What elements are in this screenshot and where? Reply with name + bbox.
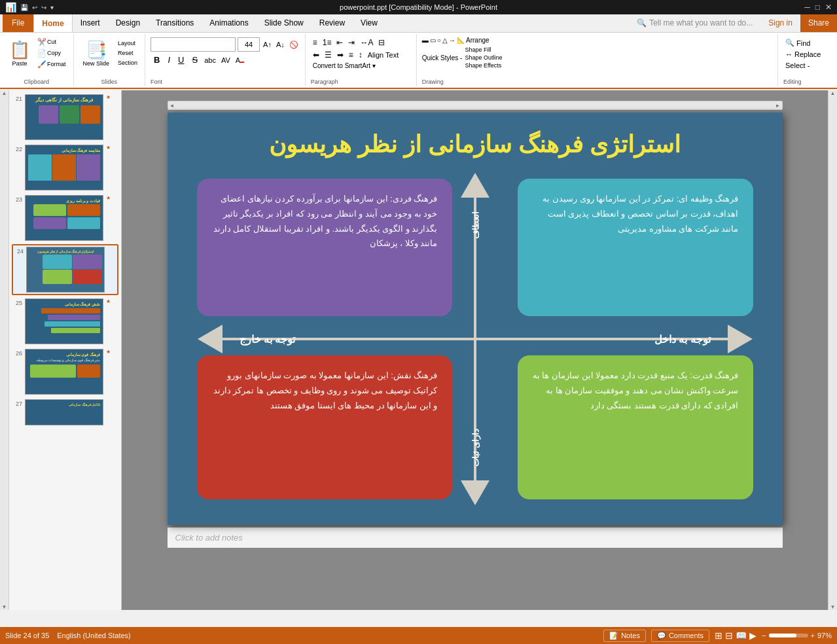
cut-btn[interactable]: ✂️ Cut: [35, 37, 68, 47]
font-size-input[interactable]: [238, 37, 260, 52]
normal-view-btn[interactable]: ⊞: [715, 630, 722, 641]
bold-btn[interactable]: B: [151, 54, 163, 66]
italic-btn[interactable]: I: [164, 54, 173, 66]
shape-rounded-rect[interactable]: ▭: [430, 37, 436, 44]
scroll-right-arrow[interactable]: ►: [775, 103, 781, 109]
format-painter-btn[interactable]: 🖌️ Format: [35, 60, 68, 69]
reset-btn[interactable]: Reset: [116, 49, 139, 57]
tab-slideshow[interactable]: Slide Show: [257, 14, 312, 32]
justify-btn[interactable]: ≡: [347, 50, 355, 60]
reading-view-btn[interactable]: 📖: [736, 630, 747, 641]
indent-increase-btn[interactable]: ⇥: [346, 37, 357, 48]
text-shadow-btn[interactable]: abc: [202, 56, 218, 65]
shape-rect[interactable]: ▬: [422, 37, 429, 44]
slideshow-btn[interactable]: ▶: [749, 630, 757, 641]
underline-btn[interactable]: U: [175, 54, 187, 66]
convert-smartart-btn[interactable]: Convert to SmartArt ▾: [311, 62, 378, 70]
notes-input-area[interactable]: Click to add notes: [168, 528, 783, 548]
section-btn[interactable]: Section: [116, 59, 139, 67]
shape-circle[interactable]: ○: [437, 37, 441, 44]
tab-animations[interactable]: Animations: [202, 14, 256, 32]
h-arrow-label-left: توجه به خارج: [240, 333, 296, 346]
char-space-btn[interactable]: AV: [219, 56, 232, 65]
slide-thumb-21[interactable]: 21 فرهنگ سازمانی از نگاهی دیگر ★: [12, 93, 118, 141]
tab-review[interactable]: Review: [312, 14, 353, 32]
new-slide-label: New Slide: [83, 60, 110, 67]
shape-fill-btn[interactable]: Shape Fill: [465, 46, 502, 53]
new-slide-btn[interactable]: 📑 New Slide: [79, 37, 114, 69]
clipboard-group: 📋 Paste ✂️ Cut 📄 Copy 🖌️ Format Clipboar…: [0, 34, 74, 86]
shape-outline-btn[interactable]: Shape Outline: [465, 54, 502, 61]
redo-icon[interactable]: ↪: [41, 4, 46, 11]
undo-icon[interactable]: ↩: [32, 4, 37, 11]
quick-access-dropdown-icon[interactable]: ▾: [50, 4, 54, 11]
line-spacing-btn[interactable]: ↕: [357, 50, 365, 60]
align-center-btn[interactable]: ☰: [323, 50, 334, 60]
slide-thumb-24[interactable]: 24 استراتژی فرهنگ سازمانی از نظر هریسون: [12, 244, 118, 295]
zoom-in-btn[interactable]: +: [811, 632, 815, 639]
font-size-decrease-btn[interactable]: A↓: [275, 41, 286, 48]
box-bottom-left[interactable]: فرهنگ نقش: این سازمانها معمولا به صورت س…: [197, 355, 452, 499]
box-top-left[interactable]: فرهنگ فردی: این سازمانها برای برآورده کر…: [197, 179, 452, 316]
copy-btn[interactable]: 📄 Copy: [35, 48, 68, 58]
font-size-increase-btn[interactable]: A↑: [262, 41, 273, 48]
box-top-right[interactable]: فرهنگ وظیفه ای: تمرکز در این سازمانها رو…: [518, 179, 753, 316]
columns-btn[interactable]: ⊟: [376, 37, 387, 48]
notes-btn[interactable]: 📝 Notes: [603, 630, 646, 642]
tab-view[interactable]: View: [353, 14, 385, 32]
slide-thumb-25[interactable]: 25 نقش فرهنگ سازمانی ★: [12, 297, 118, 346]
zoom-out-btn[interactable]: −: [762, 632, 766, 639]
strikethrough-btn[interactable]: S: [188, 54, 201, 66]
right-scroll-down[interactable]: ▼: [830, 604, 836, 610]
arrange-btn[interactable]: 📐 Arrange: [457, 37, 490, 44]
replace-btn[interactable]: ↔ Replace: [783, 50, 832, 59]
tab-home[interactable]: Home: [33, 14, 72, 32]
close-btn[interactable]: ✕: [825, 3, 832, 12]
slide-thumb-26[interactable]: 26 فرهنگ قوی سازمانی متن فرهنگ قوی سازما…: [12, 348, 118, 396]
layout-btn[interactable]: Layout: [116, 39, 139, 47]
paste-btn[interactable]: 📋 Paste: [5, 37, 34, 69]
shape-effects-btn[interactable]: Shape Effects: [465, 62, 502, 69]
scroll-down-arrow[interactable]: ▼: [2, 604, 7, 610]
tab-file[interactable]: File: [3, 14, 33, 32]
quick-save-icon[interactable]: 💾: [20, 4, 28, 11]
tab-insert[interactable]: Insert: [73, 14, 108, 32]
align-left-btn[interactable]: ⬅: [311, 50, 321, 60]
quick-styles-btn[interactable]: Quick Styles -: [422, 54, 463, 62]
zoom-slider[interactable]: [769, 634, 808, 637]
tab-design[interactable]: Design: [108, 14, 148, 32]
right-scroll-up[interactable]: ▲: [830, 90, 836, 96]
h-arrow-line: [200, 338, 750, 340]
indent-decrease-btn[interactable]: ⇤: [334, 37, 345, 48]
tell-me-box[interactable]: 🔍 Tell me what you want to do...: [629, 14, 760, 32]
maximize-btn[interactable]: □: [815, 3, 820, 12]
shape-triangle[interactable]: △: [442, 37, 448, 44]
text-direction-btn[interactable]: ↔A: [358, 37, 375, 48]
font-name-input[interactable]: [151, 37, 236, 52]
slide-thumb-22[interactable]: 22 مقایسه فرهنگ سازمانی ★: [12, 143, 118, 192]
slide-thumb-23[interactable]: 23 قیادت و برنامه ریزی ★: [12, 194, 118, 242]
shape-arrow[interactable]: →: [449, 37, 455, 44]
box-bottom-right[interactable]: فرهنگ قدرت: یک منبع قدرت دارد معمولا این…: [518, 355, 753, 499]
scroll-left-arrow[interactable]: ◄: [169, 103, 175, 109]
font-color-btn[interactable]: A▬: [234, 56, 246, 65]
clear-format-btn[interactable]: 🚫: [288, 41, 300, 49]
slide-num-22: 22: [13, 146, 22, 152]
numbering-btn[interactable]: 1≡: [321, 37, 334, 48]
find-btn[interactable]: 🔍 Find: [783, 38, 832, 48]
share-btn[interactable]: Share: [800, 14, 837, 32]
align-right-btn[interactable]: ➡: [335, 50, 346, 60]
slide-thumb-27[interactable]: 27 تکامل فرهنگ سازمانی: [12, 398, 118, 427]
slide-sorter-btn[interactable]: ⊟: [725, 630, 733, 641]
slide-num-24: 24: [14, 248, 24, 255]
select-btn[interactable]: Select -: [783, 61, 832, 70]
bullets-btn[interactable]: ≡: [311, 37, 319, 48]
tab-transitions[interactable]: Transitions: [148, 14, 202, 32]
comments-btn[interactable]: 💬 Comments: [651, 630, 709, 642]
top-scrollbar[interactable]: ◄ ►: [168, 101, 783, 110]
align-text-btn[interactable]: Align Text: [366, 50, 401, 60]
scroll-up-arrow[interactable]: ▲: [2, 90, 7, 96]
slide-canvas[interactable]: استراتژی فرهنگ سازمانی از نظر هریسون توج…: [168, 113, 783, 525]
signin-btn[interactable]: Sign in: [760, 14, 800, 32]
minimize-btn[interactable]: ─: [804, 3, 810, 12]
